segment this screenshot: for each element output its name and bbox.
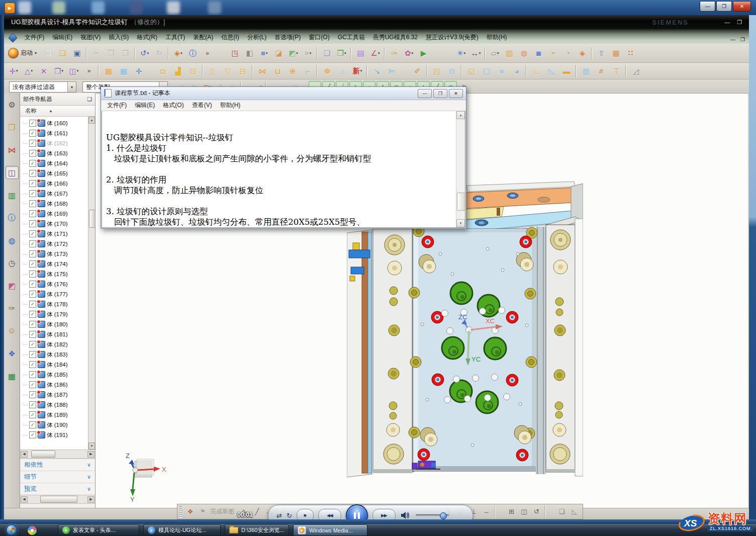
- notepad-scrollbar[interactable]: ▴ ▾: [456, 111, 465, 227]
- u-channel-icon[interactable]: ⊔▾: [270, 64, 285, 77]
- process-studio-icon[interactable]: ✑: [6, 302, 19, 315]
- checkbox-checked-icon[interactable]: ✓: [29, 331, 36, 338]
- checkbox-checked-icon[interactable]: ✓: [29, 321, 36, 328]
- sketch-dialog-icon[interactable]: ❖: [184, 506, 197, 518]
- hide-component-icon[interactable]: ✕▾: [36, 64, 51, 77]
- navigator-body-row[interactable]: ✓ 体 (183): [23, 349, 95, 360]
- checkbox-checked-icon[interactable]: ✓: [29, 160, 36, 167]
- pinwheel-icon[interactable]: [28, 526, 37, 535]
- menu-item[interactable]: 装配(A): [189, 33, 217, 42]
- display-mode-icon[interactable]: ◈▾: [171, 46, 185, 60]
- window-close-button[interactable]: ✕: [733, 1, 751, 12]
- chevron-down-icon[interactable]: ∨: [87, 462, 91, 468]
- part-navigator-icon[interactable]: ◫: [6, 166, 19, 179]
- shuffle-icon[interactable]: ⇄: [276, 512, 282, 519]
- ball-pin-icon[interactable]: ⊙▾: [444, 64, 459, 77]
- navigator-body-row[interactable]: ✓ 体 (166): [23, 178, 95, 189]
- navigator-body-row[interactable]: ✓ 体 (179): [23, 309, 95, 319]
- touch-annotate-icon[interactable]: ✑▾: [387, 46, 402, 60]
- ug-minimize-button[interactable]: —: [724, 19, 730, 25]
- volume-slider[interactable]: [416, 514, 449, 516]
- checkbox-checked-icon[interactable]: ✓: [29, 170, 36, 177]
- navigator-section-header[interactable]: 预览 ∨: [20, 483, 95, 495]
- sort-ascending-icon[interactable]: ▲: [49, 109, 53, 113]
- fit-view-icon[interactable]: ◳▾: [228, 46, 242, 60]
- checkbox-checked-icon[interactable]: ✓: [29, 301, 36, 308]
- navigator-section-header[interactable]: 细节 ∨: [20, 471, 95, 483]
- slot-oval-icon[interactable]: ▯▾: [205, 64, 220, 77]
- panel-pin-icon[interactable]: ❏: [87, 96, 92, 103]
- history-clock-icon[interactable]: ◷: [6, 256, 19, 270]
- gear-icon[interactable]: ⚙: [6, 98, 19, 111]
- dome-feature-icon[interactable]: ◓▾: [546, 46, 560, 60]
- square-pocket-icon[interactable]: ■▾: [494, 64, 509, 77]
- pipe-fitting-icon[interactable]: ⊕▾: [285, 64, 300, 77]
- navigator-body-row[interactable]: ✓ 体 (174): [23, 259, 95, 269]
- toolbar-drag-handle[interactable]: [179, 506, 182, 518]
- checkbox-checked-icon[interactable]: ✓: [29, 140, 36, 147]
- start-button[interactable]: 启动 ▾: [6, 47, 41, 59]
- navigator-body-row[interactable]: ✓ 体 (170): [23, 219, 95, 229]
- move-pattern-icon[interactable]: ✛▾: [131, 64, 146, 77]
- navigator-body-row[interactable]: ✓ 体 (180): [23, 319, 95, 329]
- corner-box-icon[interactable]: ◈▾: [575, 46, 590, 60]
- section-clip-icon[interactable]: ◪▾: [271, 46, 286, 60]
- navigator-body-row[interactable]: ✓ 体 (187): [23, 390, 95, 400]
- checkbox-checked-icon[interactable]: ✓: [29, 351, 36, 358]
- navigator-body-row[interactable]: ✓ 体 (164): [23, 158, 95, 168]
- navigator-body-row[interactable]: ✓ 体 (161): [23, 128, 95, 138]
- paste-icon[interactable]: ❒▾: [118, 46, 133, 60]
- repeat-icon[interactable]: ↻: [287, 512, 292, 519]
- new-part-icon[interactable]: ❏▾: [41, 46, 55, 60]
- bar-block-icon[interactable]: ▬▾: [559, 64, 574, 77]
- notepad-menu-item[interactable]: 编辑(E): [131, 101, 159, 110]
- notepad-maximize-button[interactable]: ❐: [433, 89, 447, 98]
- navigator-body-row[interactable]: ✓ 体 (181): [23, 329, 95, 339]
- scrollbar-thumb[interactable]: [89, 210, 95, 228]
- navigator-body-row[interactable]: ✓ 体 (165): [23, 168, 95, 178]
- display-screen-icon[interactable]: ◧▾: [242, 46, 257, 60]
- navigator-body-row[interactable]: ✓ 体 (188): [23, 400, 95, 410]
- navigator-body-row[interactable]: ✓ 体 (167): [23, 189, 95, 199]
- checkbox-checked-icon[interactable]: ✓: [29, 431, 36, 438]
- scroll-up-icon[interactable]: ▴: [88, 117, 95, 124]
- shrink-fit-icon[interactable]: ↘▾: [369, 64, 385, 77]
- navigator-body-row[interactable]: ✓ 体 (184): [23, 360, 95, 370]
- navigator-body-row[interactable]: ✓ 体 (163): [23, 148, 95, 158]
- ug-titlebar[interactable]: UG塑胶模具设计-模具零件知识之垃圾钉 （修改的）] SIEMENS — ❐: [4, 15, 749, 29]
- spreadsheet-icon[interactable]: ▦: [6, 370, 19, 383]
- volume-icon[interactable]: [400, 511, 411, 519]
- reuse-library-icon[interactable]: ▥: [6, 189, 19, 202]
- combo-dropdown-icon[interactable]: ▾: [67, 82, 76, 92]
- rail-left[interactable]: [373, 229, 414, 473]
- menu-item[interactable]: 插入(S): [105, 33, 133, 42]
- navigator-body-row[interactable]: ✓ 体 (189): [23, 410, 95, 420]
- scroll-left-icon[interactable]: ◀: [21, 496, 28, 503]
- checkbox-checked-icon[interactable]: ✓: [29, 381, 36, 388]
- menu-item[interactable]: 信息(I): [217, 33, 243, 42]
- scroll-down-icon[interactable]: ▾: [88, 442, 95, 450]
- dimension-icon[interactable]: ↔: [480, 506, 493, 518]
- web-browser-icon[interactable]: ◍: [6, 234, 19, 247]
- menu-item[interactable]: 文件(F): [21, 33, 48, 42]
- side-clamp-icon[interactable]: ⊨▾: [385, 64, 400, 77]
- window-maximize-button[interactable]: ❐: [716, 1, 732, 12]
- checkbox-checked-icon[interactable]: ✓: [29, 311, 36, 318]
- navigator-body-row[interactable]: ✓ 体 (177): [23, 289, 95, 299]
- navigator-body-row[interactable]: ✓ 体 (171): [23, 229, 95, 239]
- navigator-body-row[interactable]: ✓ 体 (191): [23, 430, 95, 440]
- taskbar-button-article[interactable]: e 发表文章 - 头条...: [58, 524, 139, 536]
- navigator-body-row[interactable]: ✓ 体 (175): [23, 269, 95, 279]
- taskbar-button-forum[interactable]: e 模具论坛-UG论坛...: [143, 524, 221, 536]
- checkbox-checked-icon[interactable]: ✓: [29, 421, 36, 428]
- sheet-more-icon[interactable]: ❏: [555, 506, 568, 518]
- checkbox-checked-icon[interactable]: ✓: [29, 240, 36, 247]
- chevron-down-icon[interactable]: ∨: [87, 474, 91, 480]
- mold-cavity-icon[interactable]: ▥▾: [502, 46, 517, 60]
- pocket-box-icon[interactable]: ◙▾: [531, 46, 546, 60]
- navigator-body-row[interactable]: ✓ 体 (185): [23, 370, 95, 380]
- notepad-menu-item[interactable]: 帮助(H): [216, 101, 245, 110]
- background-icon[interactable]: ■▾: [301, 46, 315, 60]
- checkbox-checked-icon[interactable]: ✓: [29, 220, 36, 227]
- menu-item[interactable]: 编辑(E): [48, 33, 76, 42]
